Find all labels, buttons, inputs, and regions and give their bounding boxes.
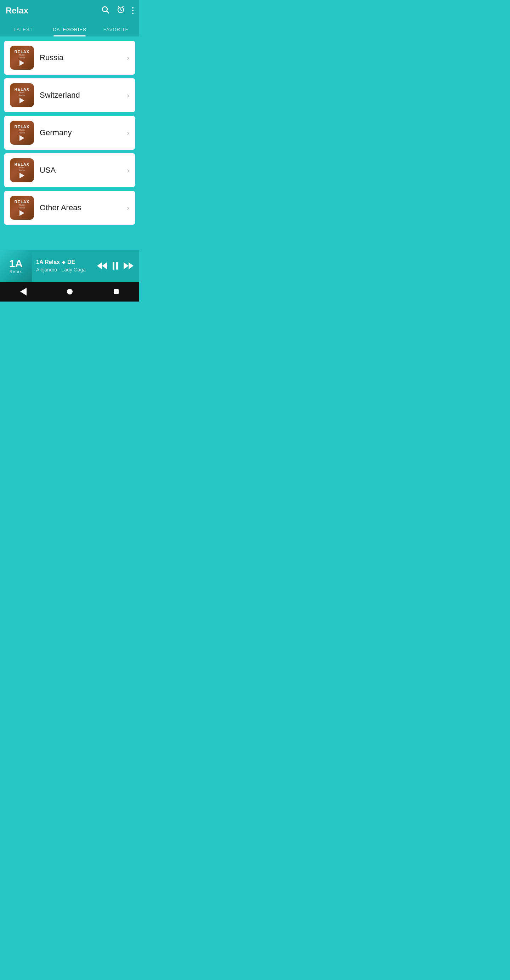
tab-favorite[interactable]: FAVORITE [93, 21, 139, 37]
now-playing-track: Alejandro - Lady Gaga [36, 267, 93, 272]
category-label-russia: Russia [40, 53, 121, 62]
main-content: RELAX MusicRadios Russia › RELAX MusicRa… [0, 37, 139, 250]
now-playing-thumbnail: 1A Relax [0, 250, 32, 282]
play-triangle-icon [19, 173, 24, 178]
svg-line-4 [122, 6, 123, 8]
playback-controls [97, 262, 139, 270]
skip-forward-button[interactable] [124, 262, 134, 269]
chevron-right-icon: › [127, 204, 129, 212]
pause-button[interactable] [113, 262, 118, 270]
category-label-germany: Germany [40, 128, 121, 137]
play-triangle-icon [19, 135, 24, 141]
chevron-right-icon: › [127, 54, 129, 62]
play-triangle-icon [19, 210, 24, 216]
play-triangle-icon [19, 60, 24, 66]
bottom-nav [0, 282, 139, 302]
tab-latest[interactable]: LATEST [0, 21, 46, 37]
category-label-other-areas: Other Areas [40, 203, 121, 212]
category-label-usa: USA [40, 165, 121, 175]
now-playing-bar: 1A Relax 1A Relax ◆ DE Alejandro - Lady … [0, 250, 139, 282]
recent-apps-button[interactable] [109, 285, 123, 299]
tab-bar: LATEST CATEGORIES FAVORITE [0, 21, 139, 37]
app-title: Relax [6, 6, 28, 16]
more-options-icon[interactable] [132, 7, 134, 14]
header-icons [101, 5, 134, 16]
category-icon-other-areas: RELAX MusicRadios [10, 196, 34, 220]
back-button[interactable] [16, 285, 30, 299]
now-playing-info: 1A Relax ◆ DE Alejandro - Lady Gaga [32, 259, 97, 272]
play-triangle-icon [19, 98, 24, 103]
category-usa[interactable]: RELAX MusicRadios USA › [4, 153, 135, 187]
category-icon-switzerland: RELAX MusicRadios [10, 83, 34, 107]
diamond-icon: ◆ [62, 260, 65, 265]
search-icon[interactable] [101, 5, 110, 16]
chevron-right-icon: › [127, 129, 129, 137]
chevron-right-icon: › [127, 91, 129, 99]
category-icon-russia: RELAX MusicRadios [10, 46, 34, 70]
category-icon-germany: RELAX MusicRadios [10, 121, 34, 145]
now-playing-station: 1A Relax ◆ DE [36, 259, 93, 266]
category-switzerland[interactable]: RELAX MusicRadios Switzerland › [4, 78, 135, 112]
category-russia[interactable]: RELAX MusicRadios Russia › [4, 41, 135, 75]
svg-line-1 [107, 11, 109, 13]
chevron-right-icon: › [127, 166, 129, 175]
category-icon-usa: RELAX MusicRadios [10, 158, 34, 182]
alarm-icon[interactable] [116, 5, 125, 16]
category-germany[interactable]: RELAX MusicRadios Germany › [4, 116, 135, 150]
home-button[interactable] [63, 285, 77, 299]
app-header: Relax [0, 0, 139, 21]
svg-line-3 [118, 6, 120, 8]
category-label-switzerland: Switzerland [40, 91, 121, 100]
category-other-areas[interactable]: RELAX MusicRadios Other Areas › [4, 191, 135, 225]
skip-back-button[interactable] [97, 262, 107, 269]
tab-categories[interactable]: CATEGORIES [46, 21, 93, 37]
